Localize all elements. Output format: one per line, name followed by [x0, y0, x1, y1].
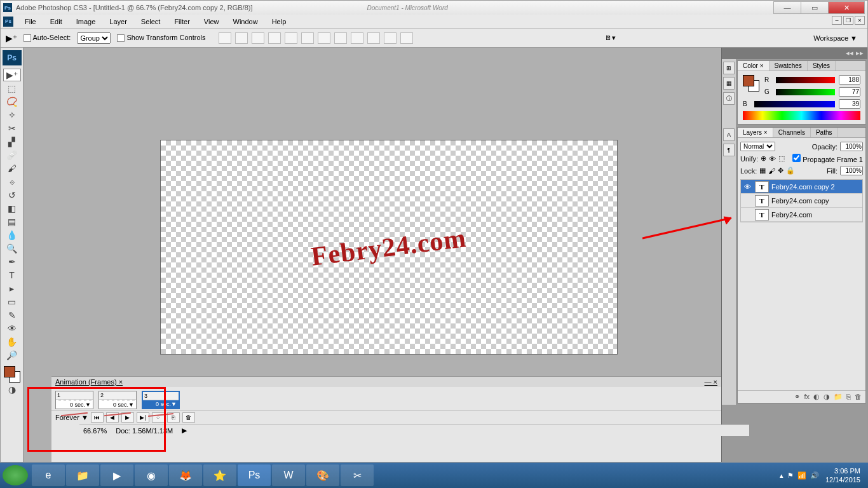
- unify-visibility-icon[interactable]: 👁: [769, 155, 776, 163]
- taskbar-firefox[interactable]: 🦊: [169, 464, 202, 486]
- frame-delay[interactable]: 0 sec.▼: [56, 401, 93, 409]
- align-right-icon[interactable]: [301, 32, 314, 44]
- auto-select-dropdown[interactable]: Group: [77, 32, 111, 44]
- navigator-icon[interactable]: ⊞: [723, 62, 735, 74]
- layer-row-selected[interactable]: 👁 T Febry24.com copy 2: [741, 180, 862, 194]
- zoom-tool[interactable]: 🔎: [3, 349, 21, 362]
- paragraph-icon[interactable]: ¶: [723, 144, 735, 156]
- next-frame-button[interactable]: ▶|: [137, 412, 149, 423]
- gradient-tool[interactable]: ▤: [3, 215, 21, 228]
- clone-stamp-tool[interactable]: ⟐: [3, 175, 21, 188]
- tab-paths[interactable]: Paths: [811, 128, 838, 137]
- doc-restore-button[interactable]: ❐: [843, 16, 853, 25]
- history-brush-tool[interactable]: ↺: [3, 189, 21, 201]
- opacity-input[interactable]: [840, 142, 863, 151]
- path-selection-tool[interactable]: ▸: [3, 282, 21, 295]
- distribute-vcenter-icon[interactable]: [334, 32, 347, 44]
- collapse-right-icon[interactable]: ▸▸: [856, 49, 864, 58]
- show-transform-checkbox[interactable]: [117, 34, 125, 42]
- info-icon[interactable]: ⓘ: [723, 92, 735, 105]
- frame-delay[interactable]: 0 sec.▼: [99, 401, 136, 409]
- dodge-tool[interactable]: 🔍: [3, 242, 21, 255]
- doc-info-icon[interactable]: 🗎▾: [605, 34, 616, 42]
- align-top-icon[interactable]: [219, 32, 231, 44]
- g-input[interactable]: [839, 87, 860, 97]
- visibility-icon[interactable]: 👁: [742, 183, 752, 191]
- layer-mask-icon[interactable]: ◐: [813, 393, 820, 401]
- color-swatch[interactable]: [4, 366, 20, 383]
- healing-brush-tool[interactable]: 🩹: [3, 149, 21, 161]
- eraser-tool[interactable]: ◧: [3, 202, 21, 215]
- delete-frame-button[interactable]: 🗑: [182, 412, 195, 423]
- auto-select-checkbox[interactable]: [24, 34, 31, 42]
- lock-transparent-icon[interactable]: ▦: [759, 166, 766, 175]
- menu-filter[interactable]: Filter: [168, 16, 196, 27]
- unify-position-icon[interactable]: ⊕: [761, 154, 766, 163]
- distribute-left-icon[interactable]: [367, 32, 380, 44]
- lasso-tool[interactable]: 📿: [3, 95, 21, 108]
- tab-styles[interactable]: Styles: [808, 61, 836, 71]
- animation-frame-selected[interactable]: 3 0 sec.▼: [142, 391, 180, 409]
- g-slider[interactable]: [776, 89, 835, 95]
- tray-time[interactable]: 3:06 PM: [825, 466, 860, 475]
- notes-tool[interactable]: ✎: [3, 309, 21, 322]
- distribute-hcenter-icon[interactable]: [384, 32, 397, 44]
- tray-network-icon[interactable]: 📶: [797, 471, 806, 480]
- magic-wand-tool[interactable]: ✧: [3, 109, 21, 121]
- brush-tool[interactable]: 🖌: [3, 162, 21, 175]
- frame-delay[interactable]: 0 sec.▼: [143, 400, 179, 408]
- menu-help[interactable]: Help: [266, 16, 293, 27]
- b-input[interactable]: [839, 99, 860, 109]
- workspace-dropdown[interactable]: Workspace ▼: [808, 33, 862, 43]
- r-input[interactable]: [839, 75, 860, 85]
- status-expand-icon[interactable]: ▶: [182, 426, 187, 435]
- align-hcenter-icon[interactable]: [285, 32, 297, 44]
- tray-flag-icon[interactable]: ⚑: [787, 471, 794, 480]
- layer-style-icon[interactable]: fx: [804, 393, 810, 401]
- align-bottom-icon[interactable]: [252, 32, 264, 44]
- quick-mask-icon[interactable]: ◑: [3, 383, 21, 396]
- lock-position-icon[interactable]: ✥: [778, 166, 783, 175]
- blend-mode-dropdown[interactable]: Normal: [740, 142, 775, 151]
- unify-style-icon[interactable]: ⬚: [778, 154, 785, 163]
- animation-frame[interactable]: 2 0 sec.▼: [98, 391, 137, 409]
- delete-layer-icon[interactable]: 🗑: [855, 393, 862, 401]
- fill-input[interactable]: [840, 166, 863, 175]
- tray-date[interactable]: 12/14/2015: [825, 475, 860, 484]
- tab-swatches[interactable]: Swatches: [770, 61, 808, 71]
- distribute-right-icon[interactable]: [400, 32, 413, 44]
- taskbar-photoshop[interactable]: Ps: [238, 464, 271, 486]
- r-slider[interactable]: [776, 77, 835, 83]
- tab-color[interactable]: Color ×: [738, 61, 770, 71]
- histogram-icon[interactable]: ▦: [723, 77, 735, 90]
- color-spectrum[interactable]: [743, 111, 860, 120]
- type-tool[interactable]: T: [3, 269, 21, 281]
- panel-color-swatch[interactable]: [743, 75, 759, 92]
- doc-close-button[interactable]: ×: [855, 16, 865, 25]
- layer-row[interactable]: T Febry24.com: [741, 208, 862, 222]
- character-icon[interactable]: A: [723, 128, 735, 141]
- align-vcenter-icon[interactable]: [235, 32, 248, 44]
- link-layers-icon[interactable]: ⚭: [794, 393, 800, 401]
- shape-tool[interactable]: ▭: [3, 295, 21, 308]
- pen-tool[interactable]: ✒: [3, 255, 21, 268]
- doc-minimize-button[interactable]: –: [832, 16, 842, 25]
- taskbar-moviemaker[interactable]: ⭐: [203, 464, 236, 486]
- maximize-button[interactable]: ▭: [801, 1, 829, 14]
- taskbar-word[interactable]: W: [272, 464, 305, 486]
- document-canvas[interactable]: Febry24.com: [160, 140, 618, 355]
- first-frame-button[interactable]: ⏮: [91, 412, 104, 423]
- b-slider[interactable]: [754, 101, 835, 107]
- taskbar-ie[interactable]: e: [32, 464, 65, 486]
- taskbar-explorer[interactable]: 📁: [66, 464, 99, 486]
- eyedropper-tool[interactable]: 👁: [3, 322, 21, 335]
- menu-window[interactable]: Window: [227, 16, 264, 27]
- menu-select[interactable]: Select: [135, 16, 167, 27]
- tab-layers[interactable]: Layers ×: [738, 128, 773, 137]
- layer-group-icon[interactable]: 📁: [834, 393, 843, 401]
- align-left-icon[interactable]: [268, 32, 281, 44]
- minimize-button[interactable]: —: [773, 1, 801, 14]
- layer-row[interactable]: T Febry24.com copy: [741, 194, 862, 208]
- menu-file[interactable]: File: [18, 16, 43, 27]
- menu-edit[interactable]: Edit: [44, 16, 69, 27]
